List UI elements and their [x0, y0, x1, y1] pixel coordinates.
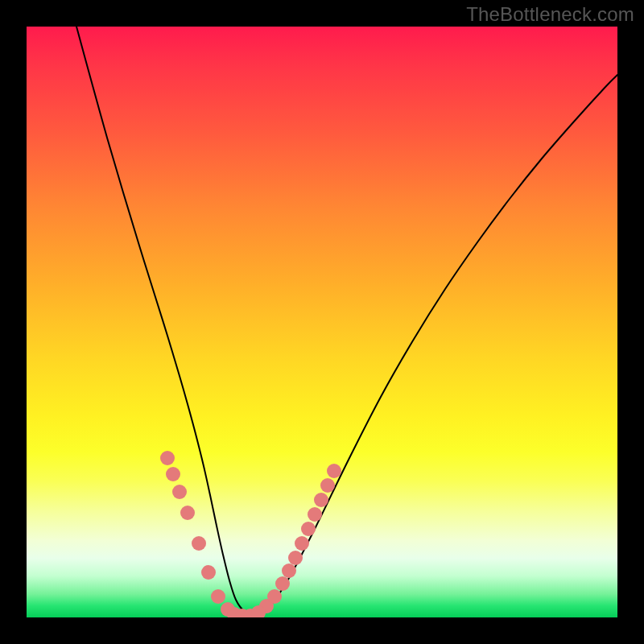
- data-dots: [160, 451, 341, 617]
- data-dot: [327, 464, 341, 478]
- chart-svg: [27, 27, 617, 617]
- data-dot: [320, 478, 335, 493]
- data-dot: [211, 589, 225, 604]
- data-dot: [282, 564, 296, 578]
- data-dot: [166, 467, 180, 481]
- data-dot: [301, 522, 316, 536]
- data-dot: [180, 506, 195, 520]
- bottleneck-curve: [76, 27, 617, 614]
- watermark-text: TheBottleneck.com: [466, 3, 634, 26]
- data-dot: [288, 551, 303, 565]
- data-dot: [192, 536, 206, 551]
- data-dot: [308, 507, 322, 522]
- plot-gradient-area: [27, 27, 617, 617]
- data-dot: [160, 451, 175, 465]
- data-dot: [314, 493, 328, 507]
- data-dot: [201, 565, 216, 580]
- chart-frame: TheBottleneck.com: [0, 0, 644, 644]
- data-dot: [275, 576, 290, 591]
- data-dot: [267, 589, 282, 604]
- data-dot: [295, 536, 309, 551]
- data-dot: [172, 485, 187, 499]
